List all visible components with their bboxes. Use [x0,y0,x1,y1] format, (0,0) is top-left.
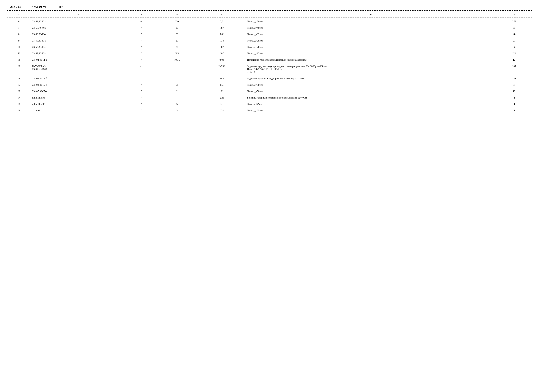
row-number: I5 [7,83,31,87]
row-number: 6 [7,19,31,24]
table-row: I023-58,30-I0-в"30I,07То же, д=20мм32 [7,45,532,49]
row-qty: 20 [156,26,198,30]
row-desc: Испытание трубопроводов гидравли-ческим … [246,57,496,62]
row-total: I53 [496,64,532,75]
row-code: 23-59,30-I0-в [31,38,126,43]
table-row: I623-I07,30-I5-а"2IIТо же, д=50мм22 [7,89,532,94]
row-number: I7 [7,96,31,100]
row-spacer [7,62,532,64]
row-number: I4 [7,76,31,81]
row-qty: 3 [156,108,198,113]
row-code: 23-I07,30-I5-а [31,89,126,94]
row-number: I8 [7,102,31,106]
row-total: 276 [496,19,532,24]
row-unit: " [126,102,156,106]
row-total: 37 [496,26,532,30]
document-code: 294-2-68 [10,5,21,9]
row-spacer [7,75,532,76]
row-total: 27 [496,38,532,43]
row-code: -"- п.94 [31,108,126,113]
row-qty: 30 [156,45,198,49]
row-total: 2 [496,96,532,100]
row-unit: " [126,45,156,49]
row-total: I49 [496,76,532,81]
table-row: 823-60,30-I0-в"30I,6IТо же, д=32мм48 [7,32,532,37]
main-table: I 2 3 4 5 6 7 623-62,30-I0-гмI202,3То же… [7,12,532,113]
row-unit: " [126,108,156,113]
table-row: I523-I08,30-I5-б"3I7,IТо же, д=80мм5I [7,83,532,87]
row-number: I6 [7,89,31,94]
row-desc: То же, д=15мм [246,51,496,56]
top-divider [7,10,532,11]
row-price: I,07 [198,45,246,49]
row-spacer [7,30,532,32]
row-spacer [7,17,532,19]
col-header-2: 2 [31,12,126,17]
row-code: 23-6I,30-I0-в [31,26,126,30]
row-price: 2,3I [198,96,246,100]
row-total: 4 [496,108,532,113]
col-header-4: 4 [156,12,198,17]
row-unit: " [126,51,156,56]
row-total: 32 [496,45,532,49]
row-desc: То же, д=25мм [246,108,496,113]
row-desc: То же, д=40мм [246,26,496,30]
table-row: 623-62,30-I0-гмI202,3То же, д=50мм276 [7,19,532,24]
row-code: ц.I,ч.III,п.96 [31,96,126,100]
row-number: 8 [7,32,31,37]
row-unit: " [126,26,156,30]
table-row: I9-"- п.94"3I,32То же, д=25мм4 [7,108,532,113]
row-qty: 3 [156,83,198,87]
row-desc: Вентиль запорный муфтовый бронзовый I5БЗ… [246,96,496,100]
row-spacer [7,56,532,57]
row-unit: " [126,83,156,87]
row-price: I7,I [198,83,246,87]
table-row: 923-59,30-I0-в"20I,34То же, д=25мм27 [7,38,532,43]
row-unit: " [126,76,156,81]
row-price: I,8 [198,102,246,106]
row-price: 0,03 [198,57,246,62]
col-header-7: 7 [496,12,532,17]
table-row: I8ц.I,ч.III,п.95"5I,8То же,д=32мм9 [7,102,532,106]
table-row: I7ц.I,ч.III,п.96"I2,3IВентиль запорный м… [7,96,532,100]
row-total: I2 [496,57,532,62]
row-unit: " [126,96,156,100]
row-number: 9 [7,38,31,43]
row-code: ц.I,ч.III,п.95 [31,102,126,106]
row-desc: То же, д=20мм [246,45,496,49]
row-total: 9 [496,102,532,106]
row-qty: 5 [156,102,198,106]
row-total: 48 [496,32,532,37]
row-spacer [7,81,532,83]
col-header-3: 3 [126,12,156,17]
row-number: I2 [7,57,31,62]
row-unit: " [126,32,156,37]
row-total: 22 [496,89,532,94]
row-spacer [7,87,532,89]
table-row: 723-6I,30-I0-в"20I,87То же, д=40мм37 [7,26,532,30]
row-qty: I20 [156,19,198,24]
row-spacer [7,37,532,38]
row-qty: 2 [156,89,198,94]
row-number: I3 [7,64,31,75]
row-code: 23-I08,30-I5-б [31,83,126,87]
page-header: 294-2-68 Альбом VI - 117 - [7,5,532,9]
row-desc: То же, д=80мм [246,83,496,87]
table-row: I3I2-У-2I9I,п/к 23-07,п.I-I803штII52,96З… [7,64,532,75]
row-unit: м [126,19,156,24]
row-qty: 30 [156,32,198,37]
row-number: 7 [7,26,31,30]
row-qty: 20 [156,38,198,43]
row-desc: То же, д=50мм [246,19,496,24]
row-qty: I [156,64,198,75]
row-desc: То же, д=32мм [246,32,496,37]
col-header-1: I [7,12,31,17]
row-desc: Задвижка чугунная водопроводная с электр… [246,64,496,75]
row-unit: шт [126,64,156,75]
table-row: II23-57,30-I0-в"I05I,07То же, д=15ммII2 [7,51,532,56]
row-spacer [7,49,532,51]
row-code: I2-У-2I9I,п/к 23-07,п.I-I803 [31,64,126,75]
row-price: I,07 [198,51,246,56]
row-qty: 7 [156,76,198,81]
row-code: 23-I04,30-I4-а [31,57,126,62]
